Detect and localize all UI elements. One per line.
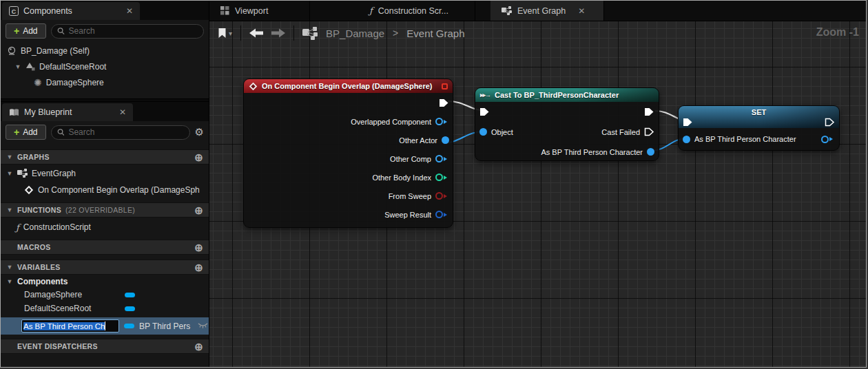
variable-name: DefaultSceneRoot [24, 304, 125, 313]
variable-pill-icon[interactable] [124, 324, 134, 328]
data-pin-icon[interactable] [683, 136, 690, 143]
exec-pin-icon[interactable] [644, 107, 654, 116]
gear-icon[interactable]: ⚙ [195, 126, 204, 138]
zoom-level-label: Zoom -1 [816, 26, 859, 39]
variable-name: DamageSphere [24, 290, 125, 299]
event-graph-item[interactable]: ▼ EventGraph [1, 165, 209, 182]
my-blueprint-tab-icon [9, 108, 19, 117]
data-pin-icon[interactable] [479, 128, 487, 136]
close-icon[interactable]: ✕ [119, 107, 126, 117]
add-event-dispatcher-icon[interactable]: ⊕ [194, 341, 203, 352]
chevron-down-icon[interactable]: ▼ [6, 207, 13, 213]
pin-label: Other Body Index [372, 173, 431, 182]
breadcrumb-current[interactable]: Event Graph [406, 28, 464, 39]
construction-script-item[interactable]: ƒ ConstructionScript [1, 218, 209, 237]
tab-event-graph-label: Event Graph [517, 6, 566, 16]
functions-section-header[interactable]: ▼ FUNCTIONS (22 OVERRIDABLE) ⊕ [1, 202, 209, 218]
exec-pin-icon[interactable] [479, 107, 490, 116]
exec-pin-icon[interactable] [644, 127, 654, 136]
exec-out-pin[interactable] [244, 93, 453, 112]
variable-row-default-scene-root[interactable]: DefaultSceneRoot [1, 302, 209, 315]
tab-construction-script[interactable]: ƒ Construction Scr... [358, 1, 475, 21]
my-blueprint-search[interactable] [51, 125, 190, 140]
nav-forward-icon[interactable] [271, 28, 285, 38]
pin-other-body-index[interactable]: Other Body Index [244, 168, 453, 187]
data-pin-icon[interactable] [647, 148, 654, 156]
functions-overridable-label: (22 OVERRIDABLE) [65, 206, 135, 214]
add-graph-icon[interactable]: ⊕ [194, 152, 203, 162]
pin-other-actor[interactable]: Other Actor [244, 131, 453, 149]
cast-node-header[interactable]: ▸▸→ Cast To BP_ThirdPersonCharacter [475, 88, 659, 102]
variable-pill-icon[interactable] [125, 306, 135, 311]
pin-label: Overlapped Component [351, 118, 431, 126]
pin-label: Sweep Result [384, 211, 431, 219]
chevron-down-icon[interactable]: ▼ [6, 278, 13, 285]
data-pin-icon[interactable] [821, 136, 835, 143]
tree-row-damage-sphere[interactable]: ✺ DamageSphere [1, 74, 209, 90]
cast-result-row: As BP Third Person Character [475, 142, 659, 162]
event-icon [24, 185, 34, 195]
event-node-item-label: On Component Begin Overlap (DamageSph [38, 185, 200, 195]
scene-root-icon [25, 62, 35, 71]
node-cast-to-bp-thirdpersoncharacter[interactable]: ▸▸→ Cast To BP_ThirdPersonCharacter Obje… [475, 87, 659, 161]
event-icon [249, 82, 258, 91]
variables-section-header[interactable]: ▼ VARIABLES ⊕ [1, 260, 209, 275]
nav-back-icon[interactable] [249, 28, 263, 38]
add-icon: + [14, 127, 19, 137]
pin-other-comp[interactable]: Other Comp [244, 149, 453, 168]
add-blueprint-item-button[interactable]: + Add [6, 125, 46, 140]
chevron-down-icon[interactable]: ▼ [6, 170, 13, 177]
event-dispatchers-header-label: EVENT DISPATCHERS [17, 342, 98, 350]
graph-toolbar: ▾ BP_Damage > Event Graph [209, 21, 473, 45]
graphs-section-header[interactable]: ▼ GRAPHS ⊕ [1, 149, 209, 165]
components-search-input[interactable] [69, 26, 198, 36]
exec-pin-icon [439, 98, 449, 107]
variable-row-editing[interactable]: As BP Third Person Ch BP Third Pers [1, 317, 209, 335]
bookmarks-button[interactable]: ▾ [218, 28, 232, 39]
variable-row-damage-sphere[interactable]: DamageSphere [1, 288, 209, 302]
tree-row-self[interactable]: BP_Damage (Self) [1, 43, 209, 59]
function-icon: ƒ [369, 6, 373, 16]
pin-sweep-result[interactable]: Sweep Result [244, 205, 453, 224]
chevron-down-icon[interactable]: ▼ [6, 154, 13, 160]
components-group-label: Components [17, 277, 68, 286]
node-set-variable[interactable]: SET As BP Third Person Character [678, 105, 840, 151]
pin-from-sweep[interactable]: From Sweep [244, 187, 453, 205]
function-icon: ƒ [16, 222, 19, 233]
chevron-down-icon[interactable]: ▼ [14, 63, 21, 70]
exec-pin-icon[interactable] [825, 118, 835, 127]
tree-row-scene-root[interactable]: ▼ DefaultSceneRoot [1, 59, 209, 74]
components-search[interactable] [51, 24, 204, 39]
event-node-header[interactable]: On Component Begin Overlap (DamageSphere… [244, 79, 453, 93]
add-function-icon[interactable]: ⊕ [194, 205, 203, 215]
components-variable-group[interactable]: ▼ Components [1, 275, 209, 288]
tab-viewport[interactable]: Viewport [209, 1, 310, 21]
my-blueprint-search-input[interactable] [68, 127, 183, 137]
tab-components[interactable]: C Components ✕ [2, 2, 140, 20]
add-macro-icon[interactable]: ⊕ [194, 242, 203, 253]
set-node-header[interactable]: SET [679, 106, 839, 128]
macros-section-header[interactable]: MACROS ⊕ [1, 240, 209, 255]
variable-name-input[interactable]: As BP Third Person Ch [21, 319, 119, 333]
eye-closed-icon[interactable] [198, 323, 208, 329]
node-on-component-begin-overlap[interactable]: On Component Begin Overlap (DamageSphere… [243, 78, 453, 228]
tab-event-graph[interactable]: Event Graph ✕ [490, 1, 604, 21]
event-graph-canvas[interactable]: ▾ BP_Damage > Event Graph Zoom -1 On Com… [209, 21, 866, 367]
pin-label: Other Actor [399, 136, 437, 145]
tab-my-blueprint[interactable]: My Blueprint ✕ [2, 103, 133, 121]
chevron-down-icon[interactable]: ▼ [6, 264, 13, 271]
event-node-item[interactable]: On Component Begin Overlap (DamageSph [1, 182, 209, 198]
add-component-button[interactable]: + Add [6, 23, 46, 39]
tree-label-damage-sphere: DamageSphere [46, 78, 104, 87]
variable-type-label: BP Third Pers [139, 321, 193, 331]
close-icon[interactable]: ✕ [126, 6, 133, 16]
pin-overlapped-component[interactable]: Overlapped Component [244, 112, 453, 131]
close-icon[interactable]: ✕ [578, 6, 585, 16]
add-variable-icon[interactable]: ⊕ [194, 262, 203, 273]
exec-pin-icon[interactable] [683, 118, 693, 127]
set-node-title: SET [679, 106, 839, 116]
variable-pill-icon[interactable] [125, 293, 135, 297]
event-node-title: On Component Begin Overlap (DamageSphere… [262, 82, 433, 90]
breadcrumb-root[interactable]: BP_Damage [326, 28, 384, 39]
event-dispatchers-section-header[interactable]: EVENT DISPATCHERS ⊕ [1, 339, 209, 354]
